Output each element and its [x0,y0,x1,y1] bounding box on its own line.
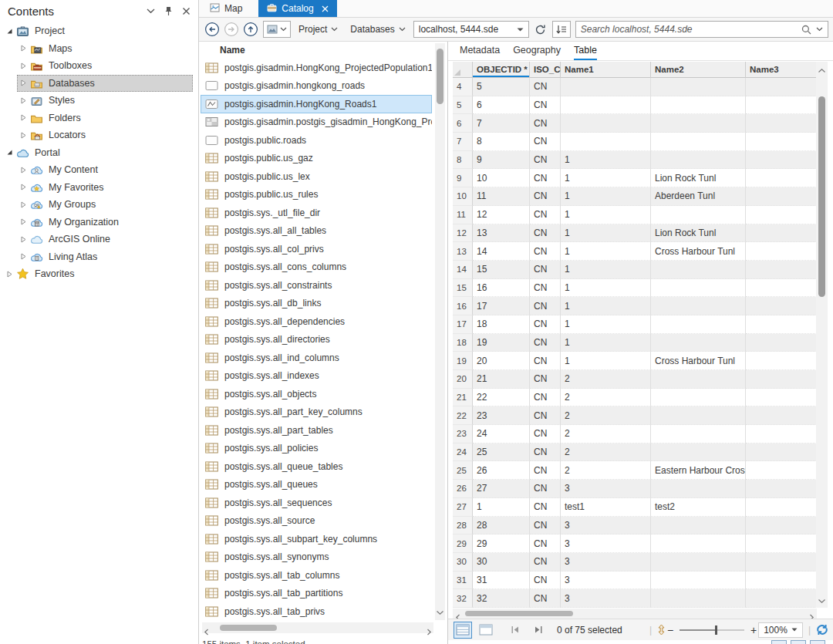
row-number[interactable]: 25 [453,461,473,480]
cell[interactable]: 20 [473,352,530,370]
cell[interactable]: CN [530,242,561,261]
cell[interactable]: CN [530,480,561,498]
cell[interactable]: 1 [561,187,651,206]
cell[interactable] [746,224,817,243]
list-item-postgis-public-us-gaz[interactable]: postgis.public.us_gaz [201,150,432,168]
list-item-postgis-gisadmin-postgis-gisadmin-hongkong-proje[interactable]: postgis.gisadmin.postgis_gisadmin_HongKo… [201,113,432,132]
list-item-postgis-sys-all-all-tables[interactable]: postgis.sys.all_all_tables [201,222,432,241]
cell[interactable]: CN [530,406,561,425]
search-input[interactable] [581,24,797,35]
scrollbar-thumb[interactable] [437,49,443,104]
cell[interactable] [746,187,817,206]
search-dropdown-chevron-icon[interactable] [816,27,823,32]
cell[interactable] [651,534,746,553]
cell[interactable]: 1 [561,315,651,334]
cell[interactable]: 1 [561,279,651,298]
row-number[interactable]: 17 [453,315,473,334]
clipped-view-buttons[interactable] [771,640,825,644]
caret-expanded-icon[interactable] [4,28,15,35]
table-vertical-scrollbar[interactable] [816,62,828,608]
cell[interactable]: CN [530,334,561,352]
tree-item-maps[interactable]: Maps [17,40,193,58]
cell[interactable]: CN [530,553,561,572]
cell[interactable] [746,206,817,224]
cell[interactable]: 19 [473,334,530,352]
forward-button[interactable] [223,22,239,38]
list-item-postgis-sys-all-cons-columns[interactable]: postgis.sys.all_cons_columns [201,258,432,277]
cell[interactable]: 2 [561,370,651,389]
cell[interactable] [651,206,746,224]
cell[interactable]: 13 [473,224,530,243]
column-header-name3[interactable]: Name3 [746,62,817,78]
row-number[interactable]: 32 [453,589,473,608]
caret-collapsed-icon[interactable] [18,218,29,225]
cell[interactable] [651,389,746,407]
cell[interactable]: Cross Harbour Tunl [651,242,746,261]
cell[interactable] [746,242,817,261]
cell[interactable]: 30 [473,553,530,572]
cell[interactable]: CN [530,114,561,133]
list-item-postgis-sys-utl-file-dir[interactable]: postgis.sys._utl_file_dir [201,204,432,222]
cell[interactable]: 11 [473,187,530,206]
list-item-postgis-sys-all-sequences[interactable]: postgis.sys.all_sequences [201,494,432,512]
caret-collapsed-icon[interactable] [18,236,29,243]
cell[interactable]: 18 [473,315,530,334]
zoom-out-button[interactable]: − [666,624,675,636]
tree-item-locators[interactable]: Locators [17,126,193,144]
cell[interactable]: 3 [561,589,651,608]
cell[interactable] [561,96,651,115]
cell[interactable] [561,133,651,151]
breadcrumb-project[interactable]: Project [294,24,342,35]
cell[interactable]: 1 [561,297,651,315]
cell[interactable]: 2 [561,389,651,407]
cell[interactable] [746,370,817,389]
cell[interactable]: Lion Rock Tunl [651,169,746,187]
cell[interactable]: CN [530,352,561,370]
name-column-header[interactable]: Name [199,42,447,59]
cell[interactable]: CN [530,461,561,480]
list-item-postgis-sys-all-dependencies[interactable]: postgis.sys.all_dependencies [201,312,432,331]
cell[interactable] [746,389,817,407]
scrollbar-thumb[interactable] [818,96,825,297]
cell[interactable]: 16 [473,279,530,298]
list-item-postgis-gisadmin-hongkong-projectedpopulation1[interactable]: postgis.gisadmin.HongKong_ProjectedPopul… [201,59,432,77]
tree-item-toolboxes[interactable]: Toolboxes [17,57,193,75]
row-number[interactable]: 6 [453,114,473,133]
table-view-button[interactable] [454,622,472,639]
search-icon[interactable] [801,25,811,35]
list-item-postgis-gisadmin-hongkong-roads1[interactable]: postgis.gisadmin.HongKong_Roads1 [201,95,432,113]
cell[interactable] [746,553,817,572]
cell[interactable] [651,480,746,498]
row-number[interactable]: 21 [453,389,473,407]
cell[interactable] [746,279,817,298]
caret-collapsed-icon[interactable] [18,114,29,121]
cell[interactable]: 1 [561,206,651,224]
cell[interactable]: test2 [651,498,746,517]
column-header-objectid[interactable]: OBJECTID * [473,62,530,78]
list-item-postgis-sys-all-directories[interactable]: postgis.sys.all_directories [201,331,432,349]
row-number[interactable]: 13 [453,242,473,261]
list-item-partial[interactable] [201,621,432,622]
scrollbar-thumb[interactable] [220,625,277,631]
list-item-postgis-public-us-lex[interactable]: postgis.public.us_lex [201,167,432,186]
caret-collapsed-icon[interactable] [18,201,29,208]
list-item-postgis-sys-all-tab-columns[interactable]: postgis.sys.all_tab_columns [201,566,432,585]
cell[interactable] [651,133,746,151]
cell[interactable]: 2 [561,461,651,480]
cell[interactable]: CN [530,425,561,443]
select-all-corner[interactable] [453,62,473,78]
cell[interactable]: 2 [561,443,651,462]
tree-item-styles[interactable]: Styles [17,92,193,110]
cell[interactable]: CN [530,133,561,151]
table-horizontal-scrollbar[interactable] [453,609,817,619]
cell[interactable] [651,370,746,389]
cell[interactable]: 10 [473,169,530,187]
cell[interactable] [651,589,746,608]
cell[interactable] [746,572,817,590]
caret-expanded-icon[interactable] [4,149,15,156]
cell[interactable] [651,517,746,535]
cell[interactable] [746,261,817,279]
list-item-postgis-sys-all-queue-tables[interactable]: postgis.sys.all_queue_tables [201,457,432,476]
row-number[interactable]: 30 [453,553,473,572]
cell[interactable]: 32 [473,589,530,608]
